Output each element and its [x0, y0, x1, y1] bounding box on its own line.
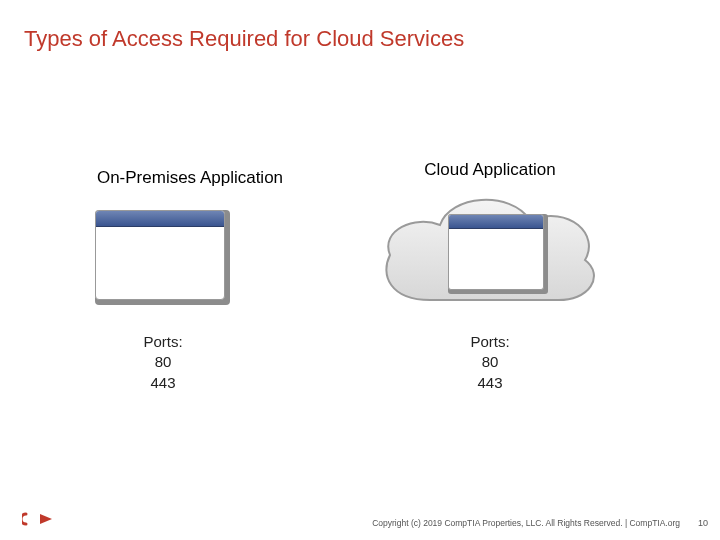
onprem-heading: On-Premises Application — [60, 168, 320, 188]
page-number: 10 — [698, 518, 708, 528]
slide-title: Types of Access Required for Cloud Servi… — [24, 26, 464, 52]
onprem-ports-label: Ports: — [103, 332, 223, 352]
cloud-ports-label: Ports: — [430, 332, 550, 352]
onprem-app-window-titlebar — [96, 211, 224, 227]
cloud-app-window — [448, 214, 548, 294]
slide: Types of Access Required for Cloud Servi… — [0, 0, 720, 540]
onprem-app-window — [95, 210, 230, 305]
onprem-ports: Ports: 80 443 — [103, 332, 223, 393]
cloud-heading: Cloud Application — [360, 160, 620, 180]
onprem-port-0: 80 — [103, 352, 223, 372]
cloud-shape — [370, 190, 610, 325]
onprem-app-window-frame — [95, 210, 225, 300]
cloud-app-window-frame — [448, 214, 544, 290]
cloud-app-window-titlebar — [449, 215, 543, 229]
cloud-port-0: 80 — [430, 352, 550, 372]
comptia-logo-icon — [22, 512, 58, 530]
onprem-port-1: 443 — [103, 373, 223, 393]
cloud-port-1: 443 — [430, 373, 550, 393]
onprem-column: On-Premises Application — [60, 168, 320, 188]
cloud-column: Cloud Application — [360, 160, 620, 180]
copyright-text: Copyright (c) 2019 CompTIA Properties, L… — [372, 518, 680, 528]
footer: Copyright (c) 2019 CompTIA Properties, L… — [0, 512, 720, 532]
cloud-ports: Ports: 80 443 — [430, 332, 550, 393]
